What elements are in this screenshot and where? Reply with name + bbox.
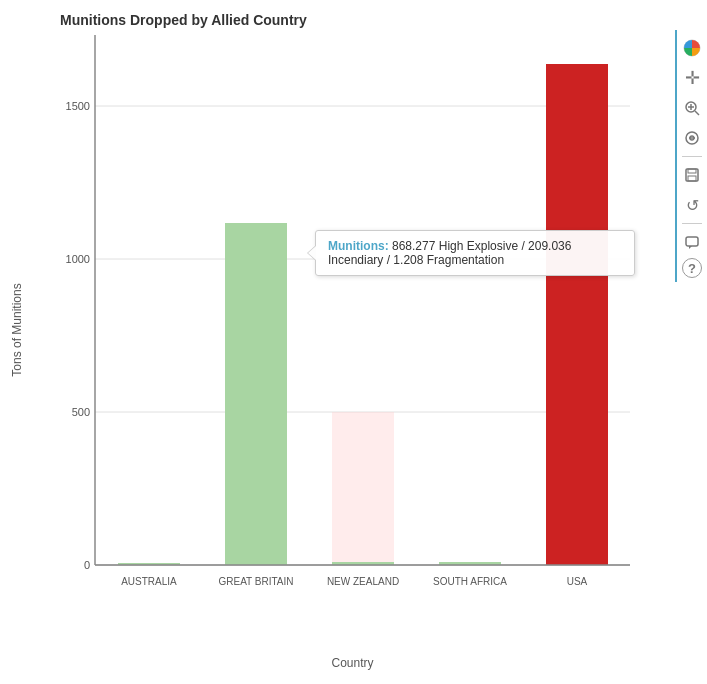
svg-text:NEW ZEALAND: NEW ZEALAND bbox=[327, 576, 399, 587]
bar-great-britain bbox=[225, 223, 287, 565]
comment-icon[interactable] bbox=[678, 228, 706, 256]
svg-text:1500: 1500 bbox=[66, 100, 90, 112]
chart-svg: 0 500 1000 1500 AUSTRALIA GREAT BRITAIN … bbox=[55, 35, 650, 595]
toolbar-separator-1 bbox=[682, 156, 702, 157]
move-icon[interactable]: ✛ bbox=[678, 64, 706, 92]
chart-area: 0 500 1000 1500 AUSTRALIA GREAT BRITAIN … bbox=[55, 35, 650, 625]
svg-text:USA: USA bbox=[567, 576, 588, 587]
svg-text:0: 0 bbox=[84, 559, 90, 571]
save-icon[interactable] bbox=[678, 161, 706, 189]
svg-rect-27 bbox=[686, 237, 698, 246]
svg-text:1000: 1000 bbox=[66, 253, 90, 265]
svg-line-18 bbox=[695, 111, 699, 115]
x-axis-label: Country bbox=[55, 656, 650, 670]
zoom-icon[interactable] bbox=[678, 94, 706, 122]
bar-nz-highlight bbox=[332, 412, 394, 565]
color-picker-icon[interactable] bbox=[678, 34, 706, 62]
chart-title: Munitions Dropped by Allied Country bbox=[60, 12, 307, 28]
filter-icon[interactable] bbox=[678, 124, 706, 152]
help-icon[interactable]: ? bbox=[682, 258, 702, 278]
bar-usa bbox=[546, 64, 608, 565]
y-axis-label: Tons of Munitions bbox=[10, 35, 24, 625]
svg-text:GREAT BRITAIN: GREAT BRITAIN bbox=[218, 576, 293, 587]
svg-text:SOUTH AFRICA: SOUTH AFRICA bbox=[433, 576, 507, 587]
refresh-icon[interactable]: ↺ bbox=[678, 191, 706, 219]
toolbar-separator-2 bbox=[682, 223, 702, 224]
svg-text:500: 500 bbox=[72, 406, 90, 418]
svg-marker-28 bbox=[689, 246, 692, 249]
svg-text:AUSTRALIA: AUSTRALIA bbox=[121, 576, 177, 587]
chart-container: Munitions Dropped by Allied Country Tons… bbox=[0, 0, 707, 684]
toolbar: ✛ ↺ bbox=[675, 30, 707, 282]
